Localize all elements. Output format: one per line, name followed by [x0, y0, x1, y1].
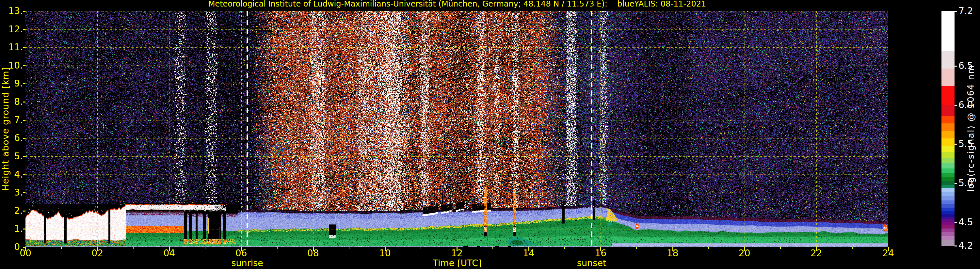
y-tick-mark [23, 156, 25, 157]
y-axis-ticks: 0.1.2.3.4.5.6.7.8.9.10.11.12.13. [0, 0, 24, 269]
x-tick-mark [313, 247, 314, 251]
x-axis-label: Time [UTC] [433, 258, 481, 268]
y-tick-label: 4. [14, 169, 23, 180]
colorbar-tick-label: 7.2 [958, 6, 973, 16]
y-tick-mark [23, 83, 25, 84]
y-tick-mark [23, 11, 25, 12]
x-tick-mark [528, 247, 529, 251]
sunset-label: sunset [577, 258, 606, 268]
y-tick-label: 10. [8, 60, 23, 71]
x-minor-tick-mark [421, 247, 421, 249]
colorbar-tick-label: 4.2 [958, 240, 973, 251]
colorbar-tick-mark [955, 245, 957, 247]
y-tick-mark [23, 47, 25, 48]
colorbar-tick-mark [955, 105, 957, 106]
y-tick-label: 11. [8, 42, 23, 53]
x-minor-tick-mark [277, 247, 278, 249]
x-tick-mark [672, 247, 673, 251]
colorbar-label: log(rc-signal) @ 1064 nm [966, 65, 976, 192]
x-minor-tick-mark [492, 247, 493, 249]
y-tick-mark [23, 247, 25, 248]
colorbar-tick-mark [955, 222, 957, 223]
y-tick-label: 5. [14, 151, 23, 162]
y-tick-mark [23, 29, 25, 30]
x-tick-mark [169, 247, 170, 251]
y-tick-mark [23, 192, 25, 193]
x-tick-mark [888, 247, 889, 251]
figure-title: Meteorological Institute of Ludwig-Maxim… [208, 0, 706, 8]
y-tick-label: 3. [14, 187, 23, 198]
x-minor-tick-mark [205, 247, 205, 249]
x-minor-tick-mark [133, 247, 134, 249]
y-tick-mark [23, 210, 25, 212]
y-tick-label: 13. [8, 6, 23, 16]
x-minor-tick-mark [780, 247, 781, 249]
colorbar-tick-mark [955, 11, 957, 12]
x-tick-mark [744, 247, 745, 251]
y-tick-mark [23, 229, 25, 229]
x-tick-mark [385, 247, 386, 251]
y-tick-mark [23, 120, 25, 121]
colorbar-tick-label: 4.5 [958, 217, 973, 228]
y-tick-label: 9. [14, 78, 23, 89]
colorbar-tick-mark [955, 65, 957, 67]
y-tick-label: 7. [14, 115, 23, 125]
y-tick-label: 12. [8, 24, 23, 35]
heatmap-canvas [25, 11, 888, 247]
sunrise-label: sunrise [231, 258, 263, 268]
colorbar-tick-mark [955, 144, 957, 145]
y-tick-mark [23, 174, 25, 175]
colorbar-tick-mark [955, 183, 957, 184]
lidar-quicklook-figure: Meteorological Institute of Ludwig-Maxim… [0, 0, 980, 269]
x-minor-tick-mark [349, 247, 349, 249]
x-minor-tick-mark [636, 247, 637, 249]
x-tick-mark [816, 247, 817, 251]
x-tick-mark [457, 247, 458, 251]
y-tick-mark [23, 65, 25, 66]
y-tick-label: 8. [14, 97, 23, 107]
x-tick-mark [600, 247, 601, 251]
y-tick-mark [23, 138, 25, 139]
y-tick-mark [23, 102, 25, 102]
colorbar [942, 11, 955, 246]
x-minor-tick-mark [61, 247, 62, 249]
x-minor-tick-mark [708, 247, 709, 249]
y-tick-label: 1. [14, 224, 23, 234]
x-minor-tick-mark [564, 247, 565, 249]
y-tick-label: 6. [14, 133, 23, 143]
x-minor-tick-mark [852, 247, 853, 249]
x-tick-mark [97, 247, 98, 251]
y-tick-label: 2. [14, 206, 23, 216]
x-tick-mark [241, 247, 242, 251]
